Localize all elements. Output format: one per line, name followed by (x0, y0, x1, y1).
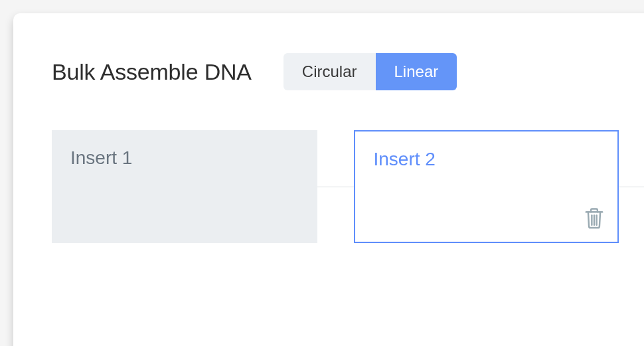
inserts-row: Insert 1 Insert 2 (52, 130, 619, 243)
topology-linear-button[interactable]: Linear (376, 53, 457, 90)
topology-toggle: Circular Linear (283, 53, 457, 90)
insert-card-2[interactable]: Insert 2 (354, 130, 619, 243)
page-title: Bulk Assemble DNA (52, 59, 252, 85)
insert-label: Insert 1 (70, 147, 299, 169)
insert-label: Insert 2 (374, 149, 600, 170)
trash-icon[interactable] (584, 207, 604, 230)
header-row: Bulk Assemble DNA Circular Linear (52, 53, 619, 90)
bulk-assemble-panel: Bulk Assemble DNA Circular Linear Insert… (13, 13, 644, 346)
insert-card-1[interactable]: Insert 1 (52, 130, 317, 243)
topology-circular-button[interactable]: Circular (283, 53, 376, 90)
